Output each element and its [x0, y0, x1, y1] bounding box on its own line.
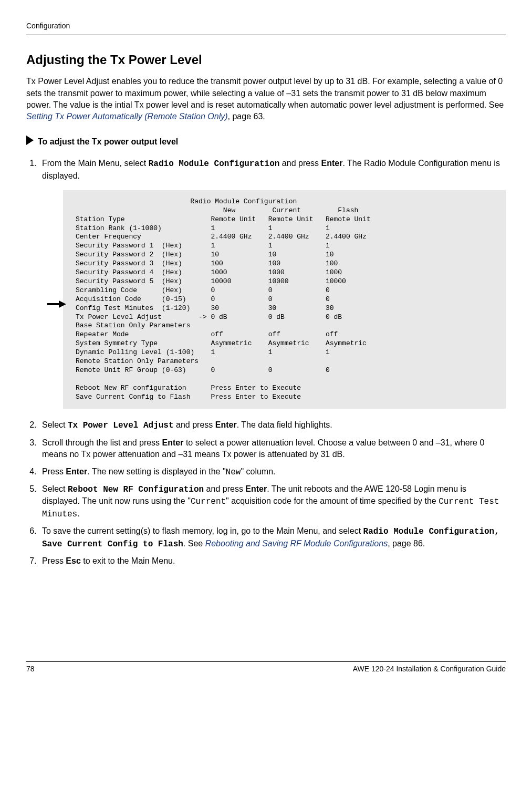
terminal-figure: Radio Module Configuration New Current F… [63, 190, 506, 409]
procedure-arrow-icon [26, 136, 34, 148]
page-number: 78 [26, 664, 35, 675]
footer-rule [26, 661, 506, 662]
pointer-arrow-icon [47, 299, 66, 311]
step-text: and press [174, 420, 215, 429]
menu-command: Tx Power Level Adjust [68, 421, 174, 430]
menu-command: Radio Module Configuration [149, 159, 280, 169]
step-text: " acquisition code for the amount of tim… [226, 496, 439, 505]
step-text: , page 86. [388, 539, 425, 548]
footer-title: AWE 120-24 Installation & Configuration … [353, 664, 506, 675]
key-enter: Enter [321, 159, 343, 168]
key-enter: Enter [215, 420, 237, 429]
terminal-output: Radio Module Configuration New Current F… [63, 190, 506, 409]
intro-tail: , page 63. [228, 112, 265, 121]
step-2: Select Tx Power Level Adjust and press E… [39, 419, 506, 431]
procedure-title: To adjust the Tx power output level [38, 136, 178, 148]
step-text: . The new setting is displayed in the " [87, 467, 225, 476]
step-6: To save the current setting(s) to flash … [39, 525, 506, 550]
step-text: Press [42, 556, 66, 565]
step-text: and press [279, 159, 321, 168]
step-text: . See [183, 539, 205, 548]
step-list: From the Main Menu, select Radio Module … [26, 158, 506, 567]
svg-marker-0 [26, 136, 34, 145]
menu-command: Reboot New RF Configuration [68, 485, 204, 494]
key-enter: Enter [245, 484, 267, 493]
cross-ref-link[interactable]: Rebooting and Saving RF Module Configura… [205, 539, 388, 548]
section-heading: Adjusting the Tx Power Level [26, 51, 506, 69]
column-name: Current [191, 497, 226, 506]
running-header: Configuration [26, 21, 506, 32]
step-3: Scroll through the list and press Enter … [39, 437, 506, 461]
step-text: and press [204, 484, 245, 493]
step-text: Scroll through the list and press [42, 438, 162, 447]
page-footer: 78 AWE 120-24 Installation & Configurati… [26, 661, 506, 675]
svg-rect-1 [47, 303, 59, 305]
procedure-heading: To adjust the Tx power output level [26, 136, 506, 148]
step-7: Press Esc to exit to the Main Menu. [39, 555, 506, 567]
intro-paragraph: Tx Power Level Adjust enables you to red… [26, 76, 506, 123]
step-text: Select [42, 484, 68, 493]
step-text: To save the current setting(s) to flash … [42, 526, 363, 535]
step-text: Press [42, 467, 66, 476]
step-1: From the Main Menu, select Radio Module … [39, 158, 506, 409]
intro-text: Tx Power Level Adjust enables you to red… [26, 77, 504, 109]
step-text: . The data field highlights. [237, 420, 332, 429]
step-text: Select [42, 420, 68, 429]
step-text: From the Main Menu, select [42, 159, 149, 168]
step-4: Press Enter. The new setting is displaye… [39, 466, 506, 478]
cross-ref-link[interactable]: Setting Tx Power Automatically (Remote S… [26, 112, 228, 121]
column-name: New [226, 468, 241, 477]
header-rule [26, 35, 506, 35]
svg-marker-2 [59, 300, 66, 308]
step-text: " column. [241, 467, 275, 476]
key-enter: Enter [66, 467, 87, 476]
step-5: Select Reboot New RF Configuration and p… [39, 483, 506, 520]
step-text: to exit to the Main Menu. [81, 556, 175, 565]
key-enter: Enter [162, 438, 184, 447]
key-esc: Esc [66, 556, 80, 565]
step-text: . [77, 509, 79, 518]
